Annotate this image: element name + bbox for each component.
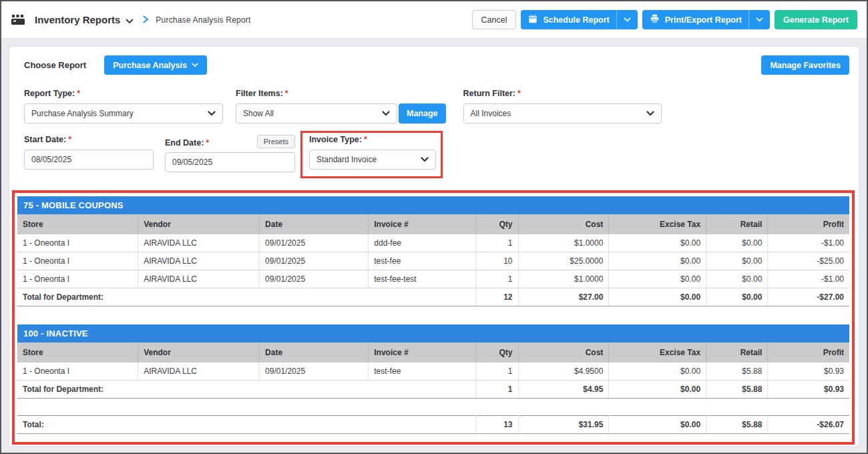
table-cell: AIRAVIDA LLC [138,363,260,381]
total-label: Total for Department: [17,381,476,399]
table-cell: 09/01/2025 [260,252,369,270]
report-selector-button[interactable]: Purchase Analysis [104,55,207,75]
filter-items-select[interactable]: Show All [236,103,397,124]
presets-button[interactable]: Presets [257,135,295,148]
report-type-select[interactable]: Purchase Analysis Summary [24,103,223,124]
total-value: $0.00 [609,416,706,434]
total-value: -$26.07 [768,416,849,434]
table-cell: ddd-fee [369,234,476,252]
filter-items-value: Show All [243,109,274,118]
report-selector-value: Purchase Analysis [113,61,187,70]
required-marker: * [285,89,288,98]
total-value: $5.88 [706,416,768,434]
start-date-input[interactable] [24,150,154,170]
chevron-down-icon [382,111,390,116]
table-cell: $0.00 [609,234,706,252]
total-value: $31.95 [518,416,609,434]
chevron-down-icon [192,63,198,67]
top-bar: Inventory Reports Purchase Analysis Repo… [1,1,867,39]
total-value: $0.00 [706,288,768,306]
required-marker: * [68,135,71,144]
filter-row-2: Start Date:* End Date:* Presets Invoice … [24,135,852,172]
table-cell: test-fee [369,363,476,381]
breadcrumb-current: Purchase Analysis Report [156,15,250,25]
filter-items-label: Filter Items: [236,89,283,98]
end-date-label: End Date: [165,138,204,148]
table-cell: $0.00 [609,270,706,288]
column-header: Retail [706,214,768,234]
total-row: Total for Department:1$4.95$0.00$5.88$0.… [17,381,849,399]
column-header: Qty [476,343,519,363]
manage-filter-items-button[interactable]: Manage [399,103,446,124]
column-header: Date [260,343,369,363]
total-row: Total for Department:12$27.00$0.00$0.00-… [17,288,849,306]
end-date-input[interactable] [165,152,295,172]
table-cell: $25.0000 [518,252,609,270]
table-cell: 1 - Oneonta I [17,252,138,270]
table-row: 1 - Oneonta IAIRAVIDA LLC09/01/2025ddd-f… [17,234,849,252]
print-export-dropdown-toggle[interactable] [748,10,770,29]
chevron-down-icon [646,111,654,116]
department-table: StoreVendorDateInvoice #QtyCostExcise Ta… [17,214,849,306]
schedule-report-label: Schedule Report [543,15,609,25]
total-row: Total:13$31.95$0.00$5.88-$26.07 [17,416,849,434]
table-cell: -$1.00 [768,270,849,288]
total-label: Total: [17,416,476,434]
table-cell: -$1.00 [768,234,849,252]
table-cell: 09/01/2025 [260,234,369,252]
table-cell: $0.00 [706,252,768,270]
total-value: -$27.00 [768,288,849,306]
total-value: $27.00 [518,288,609,306]
return-filter-select[interactable]: All Invoices [463,103,662,124]
column-header: Profit [768,343,849,363]
total-label: Total for Department: [17,288,476,306]
table-cell: $1.0000 [518,270,609,288]
invoice-type-select[interactable]: Standard Invoice [309,150,436,170]
table-cell: $0.00 [609,363,706,381]
column-header: Store [17,214,138,234]
invoice-type-field: Invoice Type:* Standard Invoice [309,135,436,170]
return-filter-label: Return Filter: [463,89,515,98]
column-header: Qty [476,214,519,234]
table-cell: -$25.00 [768,252,849,270]
table-row: 1 - Oneonta IAIRAVIDA LLC09/01/2025test-… [17,363,849,381]
chevron-down-icon[interactable] [126,15,134,27]
print-export-report-label: Print/Export Report [665,15,742,25]
manage-favorites-button[interactable]: Manage Favorites [761,55,849,75]
department-group: 75 - MOBILE COUPONSStoreVendorDateInvoic… [17,196,849,306]
schedule-report-dropdown-toggle[interactable] [616,10,638,29]
return-filter-value: All Invoices [471,109,511,118]
cancel-button[interactable]: Cancel [472,10,517,29]
column-header-row: StoreVendorDateInvoice #QtyCostExcise Ta… [17,214,849,234]
total-value: $5.88 [706,381,768,399]
table-row: 1 - Oneonta IAIRAVIDA LLC09/01/2025test-… [17,252,849,270]
table-cell: AIRAVIDA LLC [138,252,260,270]
schedule-report-button[interactable]: Schedule Report [521,10,637,29]
table-cell: $1.0000 [518,234,609,252]
table-cell: $0.00 [706,270,768,288]
return-filter-field: Return Filter:* All Invoices [463,89,662,124]
table-cell: 1 - Oneonta I [17,234,138,252]
department-header: 100 - INACTIVE [17,324,849,343]
calendar-icon [528,14,537,25]
table-cell: 09/01/2025 [260,363,369,381]
column-header: Cost [518,214,609,234]
column-header: Retail [706,343,768,363]
report-type-field: Report Type:* Purchase Analysis Summary [24,89,223,124]
table-cell: test-fee-test [369,270,476,288]
chevron-down-icon [421,157,429,162]
print-export-report-button[interactable]: Print/Export Report [642,10,770,29]
printer-icon [650,14,660,25]
table-cell: 1 [476,270,519,288]
report-type-value: Purchase Analysis Summary [31,109,134,118]
table-cell: AIRAVIDA LLC [138,234,260,252]
column-header: Excise Tax [609,343,706,363]
filter-row-1: Report Type:* Purchase Analysis Summary … [24,89,852,124]
table-cell: 09/01/2025 [260,270,369,288]
report-results-annotation: 75 - MOBILE COUPONSStoreVendorDateInvoic… [12,190,855,445]
report-type-label: Report Type: [24,89,75,98]
table-cell: $4.9500 [518,363,609,381]
generate-report-button[interactable]: Generate Report [775,10,857,29]
table-cell: 1 - Oneonta I [17,363,138,381]
inventory-icon [11,13,27,27]
